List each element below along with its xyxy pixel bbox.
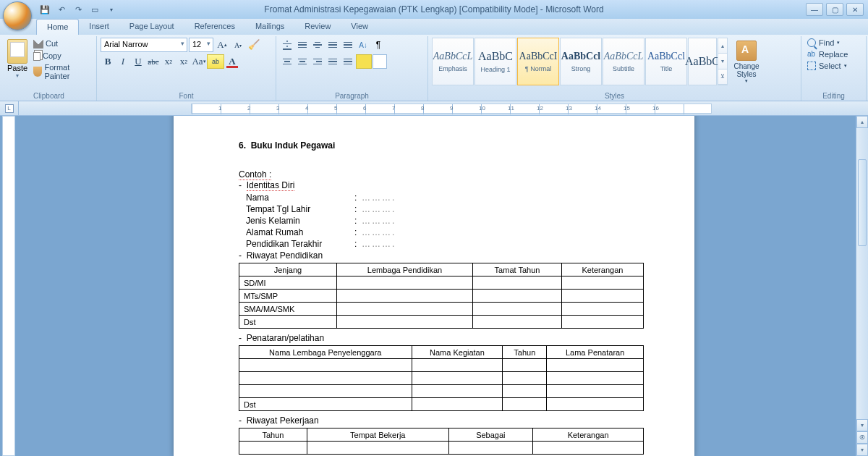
style-title[interactable]: AaBbCclTitle [645,38,687,85]
find-button[interactable]: Find▾ [805,38,862,48]
window-title: Fromat Administrasi Kepegawaian (PTK Len… [264,4,603,14]
subscript-button[interactable]: x2 [161,54,176,69]
style-strong[interactable]: AaBbCclStrong [560,38,602,85]
redo-icon[interactable]: ↷ [71,2,85,17]
change-case-button[interactable]: Aa▾ [192,54,206,69]
styles-scroll: ▴ ▾ ⊻ [718,38,728,85]
ruler-bar: L 12345678910111213141516 [0,101,868,116]
increase-indent-button[interactable] [341,38,355,52]
group-editing: Find▾ abReplace Select▾ Editing [801,36,867,101]
grow-font-button[interactable]: A▴ [215,38,229,52]
decrease-indent-button[interactable] [326,38,340,52]
minimize-button[interactable]: — [806,3,823,16]
bullets-button[interactable] [280,38,294,52]
office-button[interactable] [3,1,32,30]
tab-home[interactable]: Home [36,19,79,35]
group-label-font: Font [97,92,276,100]
styles-down-button[interactable]: ▾ [718,54,727,69]
style-more[interactable]: AaBbC [688,38,717,85]
doc-sec-pekerjaan: Riwayat Pekerjaan [247,415,319,426]
table-penataran: Nama Lembaga PenyelenggaraNama KegiatanT… [239,345,644,411]
save-icon[interactable]: 💾 [38,2,52,17]
tab-view[interactable]: View [341,19,378,35]
vertical-ruler[interactable] [2,116,15,456]
clear-formatting-button[interactable]: 🧹 [247,38,261,52]
paste-button[interactable]: Paste ▾ [5,38,30,101]
title-bar: 💾 ↶ ↷ ▭ ▾ Fromat Administrasi Kepegawaia… [0,0,868,19]
align-right-button[interactable] [310,54,325,69]
align-center-button[interactable] [295,54,310,69]
document-area: 6. Buku Induk Pegawai Contoh : - Identit… [0,116,868,456]
show-marks-button[interactable]: ¶ [371,38,386,52]
font-color-button[interactable]: A [225,54,239,69]
scroll-down-button[interactable]: ▾ [856,419,868,431]
style-heading1[interactable]: AaBbCHeading 1 [475,38,516,85]
tab-review[interactable]: Review [294,19,341,35]
multilevel-list-button[interactable] [310,38,325,52]
next-page-button[interactable]: ▾ [856,444,868,456]
doc-sec-pendidikan: Riwayat Pendidikan [247,250,323,261]
styles-up-button[interactable]: ▴ [718,38,727,54]
justify-button[interactable] [326,54,340,69]
style-emphasis[interactable]: AaBbCcLEmphasis [432,38,474,85]
italic-button[interactable]: I [116,54,130,69]
shrink-font-button[interactable]: A▾ [231,38,245,52]
style-normal[interactable]: AaBbCcI¶ Normal [517,38,559,85]
change-styles-button[interactable]: Change Styles ▾ [730,38,763,101]
group-label-editing: Editing [801,92,866,100]
format-painter-button[interactable]: Format Painter [32,62,93,81]
qat-menu-icon[interactable]: ▾ [104,2,119,17]
copy-icon [33,52,41,61]
borders-button[interactable] [373,54,387,69]
doc-sec-identitas: Identitas Diri [247,180,295,191]
group-label-styles: Styles [428,92,801,100]
group-font: Arial Narrow 12 A▴ A▾ 🧹 B I U abc x2 x2 … [97,36,276,101]
tab-references[interactable]: References [184,19,245,35]
group-label-paragraph: Paragraph [276,92,427,100]
undo-icon[interactable]: ↶ [54,2,69,17]
group-clipboard: Paste ▾ Cut Copy Format Painter Clipboar… [1,36,97,101]
styles-gallery: AaBbCcLEmphasis AaBbCHeading 1 AaBbCcI¶ … [432,38,728,85]
align-left-button[interactable] [280,54,294,69]
strikethrough-button[interactable]: abc [146,54,161,69]
horizontal-ruler[interactable]: 12345678910111213141516 [191,101,868,115]
prev-page-button[interactable]: ⦿ [856,431,868,444]
underline-button[interactable]: U [131,54,145,69]
tab-insert[interactable]: Insert [79,19,119,35]
sort-button[interactable]: A↓ [356,38,370,52]
close-button[interactable]: ✕ [846,3,864,16]
copy-button[interactable]: Copy [32,50,93,62]
superscript-button[interactable]: x2 [176,54,191,69]
ribbon: Paste ▾ Cut Copy Format Painter Clipboar… [0,35,868,101]
quick-access-toolbar: 💾 ↶ ↷ ▭ ▾ [38,2,119,17]
font-name-select[interactable]: Arial Narrow [101,38,187,52]
tab-mailings[interactable]: Mailings [245,19,294,35]
style-subtitle[interactable]: AaBbCcLSubtitle [603,38,644,85]
vertical-scrollbar: ▴ ▾ ⦿ ▾ [856,116,868,456]
group-paragraph: A↓ ¶ Paragraph [276,36,428,101]
ruler-corner[interactable]: L [0,101,19,115]
bold-button[interactable]: B [101,54,115,69]
scroll-thumb[interactable] [858,159,867,246]
cut-button[interactable]: Cut [32,38,93,49]
table-pekerjaan: TahunTempat BekerjaSebagaiKeterangan [239,428,644,455]
cut-icon [33,38,43,48]
shading-button[interactable] [356,54,372,69]
scroll-up-button[interactable]: ▴ [856,116,868,128]
line-spacing-button[interactable] [341,54,355,69]
doc-contoh: Contoh : [239,169,271,180]
font-size-select[interactable]: 12 [189,38,213,52]
group-label-clipboard: Clipboard [1,92,96,100]
document-page[interactable]: 6. Buku Induk Pegawai Contoh : - Identit… [174,116,694,456]
table-pendidikan: JenjangLembaga PendidikanTamat TahunKete… [239,263,644,329]
replace-button[interactable]: abReplace [805,49,862,59]
print-preview-icon[interactable]: ▭ [88,2,102,17]
styles-more-button[interactable]: ⊻ [718,69,727,85]
tab-page-layout[interactable]: Page Layout [119,19,184,35]
numbering-button[interactable] [295,38,310,52]
ribbon-tabs: Home Insert Page Layout References Maili… [0,19,868,35]
select-button[interactable]: Select▾ [805,61,862,71]
paste-label: Paste [7,64,27,72]
maximize-button[interactable]: ▢ [826,3,843,16]
highlight-button[interactable]: ab [207,54,224,69]
